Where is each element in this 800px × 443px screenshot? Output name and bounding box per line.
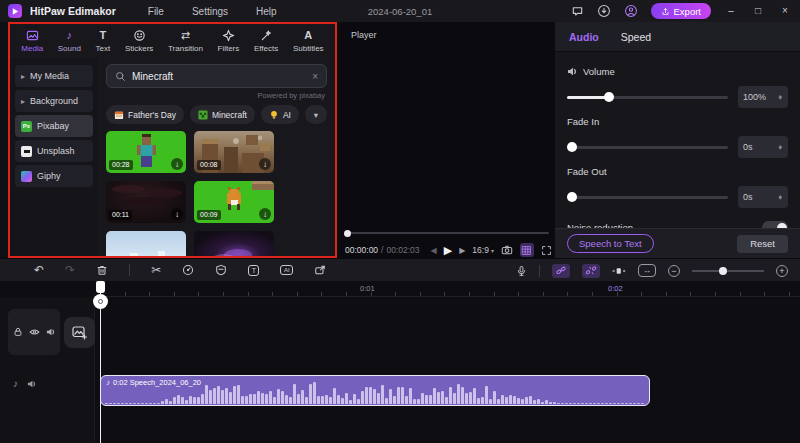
menu-file[interactable]: File: [138, 6, 174, 17]
tab-filters[interactable]: Filters: [218, 29, 240, 53]
aspect-ratio-selector[interactable]: 16:9 ▾: [472, 245, 494, 255]
download-icon[interactable]: ↓: [171, 158, 183, 170]
fade-in-slider[interactable]: [567, 142, 728, 152]
play-button[interactable]: ▶: [444, 244, 452, 257]
source-unsplash[interactable]: Unsplash: [15, 140, 93, 162]
fit-timeline-button[interactable]: ↔: [638, 264, 656, 277]
snap-toggle-button[interactable]: [612, 266, 626, 276]
effects-icon: [260, 29, 273, 42]
record-voiceover-button[interactable]: [516, 265, 527, 277]
tab-stickers[interactable]: Stickers: [125, 29, 153, 53]
undo-button[interactable]: ↶: [34, 264, 44, 276]
snapshot-button[interactable]: [501, 244, 513, 256]
tag-ai[interactable]: AI: [261, 105, 299, 124]
video-thumbnail-dark-scene[interactable]: 00:11 ↓: [106, 181, 186, 223]
menu-settings[interactable]: Settings: [182, 6, 238, 17]
delete-button[interactable]: [96, 264, 108, 276]
ai-tools-button[interactable]: AI: [280, 265, 293, 275]
toolbar-divider: [539, 265, 540, 277]
video-thumbnail-greenscreen-fox[interactable]: 00:09 ↓: [194, 181, 274, 223]
previous-frame-button[interactable]: ◀: [431, 246, 437, 255]
marker-button[interactable]: [215, 264, 227, 276]
download-icon[interactable]: ↓: [259, 158, 271, 170]
more-tags-button[interactable]: ▾: [305, 105, 327, 124]
expand-arrow-icon: ▸: [21, 72, 25, 81]
fade-in-knob[interactable]: [567, 142, 577, 152]
source-giphy[interactable]: Giphy: [15, 165, 93, 187]
fade-out-knob[interactable]: [567, 192, 577, 202]
tag-fathers-day[interactable]: Father's Day: [106, 105, 184, 124]
search-input[interactable]: [132, 71, 306, 82]
tab-transition[interactable]: ⇄ Transition: [168, 29, 203, 53]
download-icon[interactable]: ↓: [171, 208, 183, 220]
lock-icon[interactable]: [13, 327, 23, 337]
tab-subtitles[interactable]: A Subtitles: [293, 29, 324, 53]
timeline-ruler[interactable]: 0:01 0:02: [95, 281, 800, 297]
grid-overlay-button[interactable]: [520, 243, 534, 257]
maximize-button[interactable]: □: [751, 6, 765, 16]
volume-slider-knob[interactable]: [604, 92, 614, 102]
unlink-clips-button[interactable]: [582, 264, 600, 278]
volume-value-stepper[interactable]: 100% ▲▼: [738, 86, 788, 108]
mute-audio-track-icon[interactable]: [27, 379, 37, 389]
tag-minecraft[interactable]: Minecraft: [190, 105, 255, 124]
download-icon[interactable]: ↓: [259, 208, 271, 220]
export-clip-button[interactable]: [314, 264, 326, 276]
download-update-icon[interactable]: [597, 4, 611, 18]
zoom-slider-knob[interactable]: [719, 267, 727, 275]
calendar-icon: [114, 110, 124, 120]
tab-text[interactable]: T Text: [96, 29, 111, 53]
zoom-out-button[interactable]: −: [668, 265, 680, 277]
visibility-icon[interactable]: [29, 327, 40, 337]
source-pixabay[interactable]: Px Pixabay: [15, 115, 93, 137]
app-logo-icon: [8, 4, 22, 18]
chevron-down-icon: ▾: [491, 247, 494, 254]
redo-button[interactable]: ↷: [65, 264, 75, 276]
video-thumbnail-purple-scene[interactable]: [194, 231, 274, 256]
audio-clip-speech[interactable]: ♪ 0:02 Speech_2024_06_20: [100, 375, 650, 406]
tab-media[interactable]: Media: [21, 29, 43, 53]
source-background[interactable]: ▸ Background: [15, 90, 93, 112]
source-my-media[interactable]: ▸ My Media: [15, 65, 93, 87]
playhead[interactable]: [93, 281, 108, 443]
speech-to-text-button[interactable]: Speech to Text: [567, 234, 654, 253]
video-thumbnail-minecraft-scene[interactable]: 00:08 ↓: [194, 131, 274, 173]
feedback-icon[interactable]: [571, 5, 584, 18]
next-frame-button[interactable]: ▶: [459, 246, 465, 255]
speaker-icon: [567, 66, 578, 77]
asset-tab-bar: Media ♪ Sound T Text Stickers ⇄ Transiti…: [10, 24, 335, 58]
progress-handle[interactable]: [344, 230, 351, 237]
tab-audio[interactable]: Audio: [569, 31, 599, 43]
fade-out-stepper[interactable]: 0s ▲▼: [738, 186, 788, 208]
minimize-button[interactable]: –: [724, 6, 738, 16]
tab-sound[interactable]: ♪ Sound: [58, 29, 81, 53]
export-button[interactable]: Export: [651, 3, 711, 19]
account-icon[interactable]: [624, 4, 638, 18]
add-text-button[interactable]: T: [248, 265, 259, 276]
reset-button[interactable]: Reset: [737, 235, 788, 253]
player-progress-bar[interactable]: [345, 232, 549, 234]
fade-in-stepper[interactable]: 0s ▲▼: [738, 136, 788, 158]
volume-slider[interactable]: [567, 92, 728, 102]
video-thumbnail-sky-scene[interactable]: [106, 231, 186, 256]
fullscreen-button[interactable]: [541, 245, 552, 256]
stickers-icon: [133, 29, 146, 42]
clip-duration: 00:09: [197, 210, 221, 220]
transition-icon: ⇄: [181, 29, 190, 42]
tab-speed[interactable]: Speed: [621, 31, 651, 43]
add-media-to-track-button[interactable]: [64, 317, 95, 348]
menu-help[interactable]: Help: [246, 6, 287, 17]
link-clips-button[interactable]: [552, 264, 570, 278]
timeline-zoom-slider[interactable]: [692, 266, 764, 276]
tab-effects[interactable]: Effects: [254, 29, 278, 53]
zoom-in-button[interactable]: +: [776, 265, 788, 277]
split-button[interactable]: ✂: [151, 264, 161, 276]
search-box[interactable]: ×: [106, 64, 327, 88]
video-thumbnail-greenscreen-steve[interactable]: 00:28 ↓: [106, 131, 186, 173]
speed-button[interactable]: [182, 264, 194, 276]
search-clear-icon[interactable]: ×: [312, 71, 318, 82]
close-button[interactable]: ×: [778, 6, 792, 16]
tag-row: Father's Day Minecraft AI ▾: [106, 105, 327, 124]
mute-track-icon[interactable]: [46, 327, 56, 337]
fade-out-slider[interactable]: [567, 192, 728, 202]
